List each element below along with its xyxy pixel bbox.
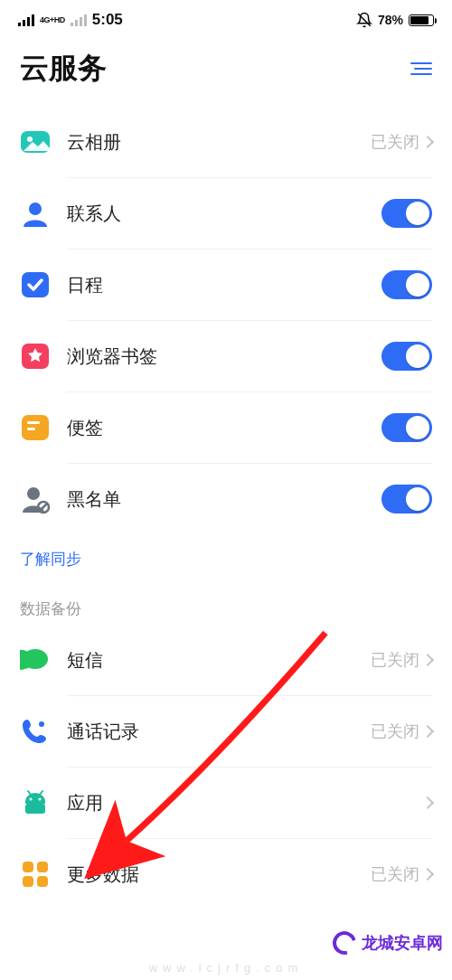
svg-point-12 xyxy=(23,649,48,669)
row-status: 已关闭 xyxy=(371,649,419,671)
chevron-right-icon xyxy=(421,725,434,738)
calendar-check-icon xyxy=(20,269,51,300)
svg-rect-4 xyxy=(22,272,49,297)
grid-icon xyxy=(20,859,51,890)
link-learn-sync[interactable]: 了解同步 xyxy=(0,534,452,584)
menu-button[interactable] xyxy=(410,62,432,75)
svg-point-3 xyxy=(29,203,42,215)
row-label: 应用 xyxy=(67,791,423,815)
svg-line-17 xyxy=(28,791,31,795)
note-icon xyxy=(20,412,51,443)
blocklist-icon xyxy=(20,484,51,514)
row-label: 便签 xyxy=(67,416,381,440)
svg-rect-19 xyxy=(23,862,33,872)
row-apps[interactable]: 应用 xyxy=(0,768,452,838)
row-label: 日程 xyxy=(67,273,381,297)
row-label: 浏览器书签 xyxy=(67,344,381,369)
chevron-right-icon xyxy=(421,654,434,666)
toggle-blocklist[interactable] xyxy=(381,485,432,514)
chevron-right-icon xyxy=(421,868,434,881)
svg-point-15 xyxy=(29,797,32,800)
network-label: 4G+HD xyxy=(40,16,65,24)
svg-rect-6 xyxy=(22,415,49,440)
row-status: 已关闭 xyxy=(371,863,419,885)
svg-point-13 xyxy=(39,721,44,727)
row-status: 已关闭 xyxy=(371,721,419,742)
svg-rect-21 xyxy=(23,876,33,887)
row-sms[interactable]: 短信 已关闭 xyxy=(0,625,452,695)
row-status: 已关闭 xyxy=(371,131,419,153)
svg-point-9 xyxy=(27,487,40,500)
row-calendar[interactable]: 日程 xyxy=(0,250,452,320)
battery-icon xyxy=(409,14,434,26)
svg-rect-22 xyxy=(37,876,48,887)
bell-off-icon xyxy=(356,12,372,28)
page-title: 云服务 xyxy=(20,49,107,89)
row-more-data[interactable]: 更多数据 已关闭 xyxy=(0,839,452,909)
toggle-contacts[interactable] xyxy=(381,199,432,228)
row-label: 联系人 xyxy=(67,202,381,226)
svg-point-2 xyxy=(27,137,33,142)
battery-percent: 78% xyxy=(378,13,403,27)
toggle-calendar[interactable] xyxy=(381,270,432,299)
contact-icon xyxy=(20,198,51,229)
chevron-right-icon xyxy=(421,796,434,809)
chevron-right-icon xyxy=(421,136,434,148)
svg-rect-8 xyxy=(27,428,35,430)
watermark-brand-text: 龙城安卓网 xyxy=(362,932,443,954)
svg-rect-20 xyxy=(37,862,48,872)
row-label: 短信 xyxy=(67,648,371,673)
row-notes[interactable]: 便签 xyxy=(0,392,452,463)
phone-icon xyxy=(20,716,51,747)
row-label: 黑名单 xyxy=(67,487,381,512)
section-backup-title: 数据备份 xyxy=(0,584,452,625)
android-icon xyxy=(20,787,51,818)
row-label: 通话记录 xyxy=(67,720,371,744)
page-header: 云服务 xyxy=(0,33,452,98)
toggle-notes[interactable] xyxy=(381,413,432,442)
row-blocklist[interactable]: 黑名单 xyxy=(0,464,452,534)
photo-icon xyxy=(20,127,51,157)
row-calllog[interactable]: 通话记录 已关闭 xyxy=(0,696,452,767)
settings-list: 云相册 已关闭 联系人 日程 浏览器书签 便签 xyxy=(0,98,452,909)
bookmark-star-icon xyxy=(20,341,51,372)
svg-point-16 xyxy=(38,797,41,800)
svg-rect-14 xyxy=(25,804,45,814)
svg-rect-7 xyxy=(27,421,40,424)
row-contacts[interactable]: 联系人 xyxy=(0,178,452,249)
row-cloud-photo[interactable]: 云相册 已关闭 xyxy=(0,107,452,177)
toggle-bookmarks[interactable] xyxy=(381,342,432,371)
status-bar: 4G+HD 5:05 78% xyxy=(0,0,452,33)
sms-icon xyxy=(20,645,51,675)
signal-icon-1 xyxy=(18,14,34,26)
row-bookmarks[interactable]: 浏览器书签 xyxy=(0,321,452,391)
row-label: 云相册 xyxy=(67,130,371,155)
signal-icon-2 xyxy=(71,14,87,26)
clock: 5:05 xyxy=(92,11,123,29)
row-label: 更多数据 xyxy=(67,862,371,887)
svg-line-18 xyxy=(40,791,42,795)
watermark-logo-icon xyxy=(328,927,361,959)
watermark-brand: 龙城安卓网 xyxy=(333,931,443,955)
watermark-url: www.lcjrfg.com xyxy=(0,961,452,975)
